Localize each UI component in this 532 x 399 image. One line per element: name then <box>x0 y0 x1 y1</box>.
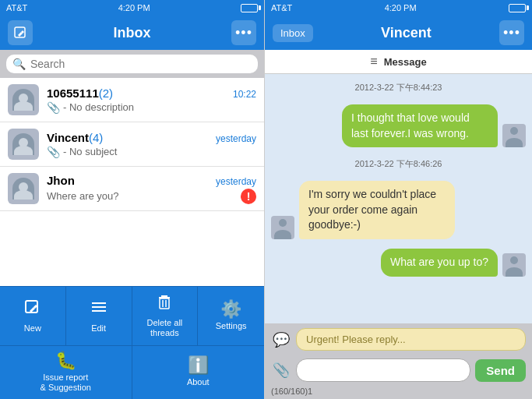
bug-icon: 🐛 <box>55 352 76 369</box>
settings-label: Settings <box>216 321 247 331</box>
msg-count: (2) <box>99 87 113 100</box>
chat-title: Vincent <box>381 25 432 41</box>
msg-count: (4) <box>89 131 103 144</box>
bubble-row-received-1: I'm sorry we couldn't place your order c… <box>271 181 526 239</box>
left-time: 4:20 PM <box>118 3 150 12</box>
msg-content: Vincent(4) yesterday 📎 - No subject <box>47 131 256 158</box>
text-input-row: 📎 Send <box>265 355 532 385</box>
msg-preview: Where are you? ! <box>47 189 256 204</box>
avatar <box>8 173 39 204</box>
issue-report-button[interactable]: 🐛 Issue report& Suggestion <box>0 346 132 399</box>
list-item[interactable]: Jhon yesterday Where are you? ! <box>0 167 264 211</box>
msg-preview: 📎 - No description <box>47 101 256 114</box>
msg-time: yesterday <box>216 133 256 144</box>
inbox-title: Inbox <box>114 25 151 41</box>
msg-time: yesterday <box>216 176 256 187</box>
avatar <box>8 84 39 115</box>
edit-icon <box>90 298 108 320</box>
left-status-bar: AT&T 4:20 PM <box>0 0 264 16</box>
new-button[interactable]: New <box>0 287 66 344</box>
svg-rect-7 <box>92 310 94 312</box>
avatar <box>8 129 39 160</box>
bubble-row-sent-1: I thought that love would last forever.I… <box>271 104 526 147</box>
list-item[interactable]: Vincent(4) yesterday 📎 - No subject <box>0 122 264 167</box>
attach-button[interactable]: 📎 <box>271 360 291 380</box>
messages-area: 2012-3-22 下午8:44:23 I thought that love … <box>265 74 532 323</box>
search-input[interactable] <box>30 58 252 70</box>
search-wrap: 🔍 <box>6 55 258 73</box>
msg-content: Jhon yesterday Where are you? ! <box>47 174 256 204</box>
message-list-icon: ≡ <box>370 55 377 69</box>
bubble-avatar <box>502 124 526 147</box>
msg-header: Vincent(4) yesterday <box>47 131 256 144</box>
back-label: Inbox <box>280 27 305 39</box>
settings-icon: ⚙️ <box>220 301 241 318</box>
svg-rect-8 <box>161 295 167 297</box>
clip-icon: 📎 <box>47 101 60 114</box>
bubble-avatar <box>502 253 526 277</box>
notification-icon: 💬 <box>271 330 291 350</box>
about-button[interactable]: ℹ️ About <box>132 346 265 399</box>
message-input[interactable] <box>296 358 470 382</box>
msg-content: 10655111(2) 10:22 📎 - No description <box>47 87 256 114</box>
timestamp-1: 2012-3-22 下午8:44:23 <box>271 82 526 94</box>
toolbar: New Edit <box>0 286 264 399</box>
compose-button[interactable] <box>8 20 33 45</box>
msg-sender: Vincent(4) <box>47 131 103 144</box>
char-count: (160/160)1 <box>265 385 532 399</box>
right-time: 4:20 PM <box>385 3 417 12</box>
msg-time: 10:22 <box>233 89 256 100</box>
avatar-icon <box>12 178 34 200</box>
msg-header: Jhon yesterday <box>47 174 256 187</box>
bubble-avatar <box>271 216 294 239</box>
send-button[interactable]: Send <box>475 359 526 382</box>
delete-all-label: Delete allthreads <box>146 318 182 338</box>
avatar-icon <box>12 89 34 111</box>
right-more-button[interactable]: ••• <box>499 20 524 45</box>
msg-sender: Jhon <box>47 174 75 187</box>
timestamp-2: 2012-3-22 下午8:46:26 <box>271 158 526 170</box>
left-battery <box>241 4 258 12</box>
right-status-bar: AT&T 4:20 PM <box>265 0 532 16</box>
edit-button[interactable]: Edit <box>66 287 132 344</box>
notification-row: 💬 Urgent! Please reply... <box>265 323 532 355</box>
edit-label: Edit <box>91 323 106 334</box>
msg-header: 10655111(2) 10:22 <box>47 87 256 100</box>
toolbar-bottom: 🐛 Issue report& Suggestion ℹ️ About <box>0 345 264 399</box>
right-battery <box>509 4 526 12</box>
bubble-sent-1: I thought that love would last forever.I… <box>342 104 498 147</box>
notification-bubble: Urgent! Please reply... <box>296 328 526 351</box>
trash-icon <box>155 293 174 315</box>
svg-rect-6 <box>92 306 94 308</box>
right-nav-bar: Inbox Vincent ••• <box>265 16 532 50</box>
bubble-row-sent-2: What are you up to? <box>271 249 526 277</box>
left-more-button[interactable]: ••• <box>231 20 256 45</box>
avatar-icon <box>12 133 34 155</box>
compose-icon <box>23 298 42 320</box>
msg-sender: 10655111(2) <box>47 87 113 100</box>
bubble-sent-2: What are you up to? <box>381 249 498 277</box>
right-panel: AT&T 4:20 PM Inbox Vincent ••• ≡ Message… <box>265 0 532 399</box>
msg-preview: 📎 - No subject <box>47 146 256 158</box>
toolbar-top: New Edit <box>0 287 264 344</box>
svg-rect-5 <box>92 302 94 304</box>
left-panel: AT&T 4:20 PM Inbox ••• 🔍 <box>0 0 265 399</box>
bubble-received-1: I'm sorry we couldn't place your order c… <box>299 181 455 239</box>
issue-label: Issue report& Suggestion <box>41 373 91 393</box>
chat-header: ≡ Message <box>265 50 532 74</box>
search-bar: 🔍 <box>0 50 264 78</box>
list-item[interactable]: 10655111(2) 10:22 📎 - No description <box>0 78 264 122</box>
clip-icon: 📎 <box>47 146 60 158</box>
message-list: 10655111(2) 10:22 📎 - No description Vin… <box>0 78 264 286</box>
right-carrier: AT&T <box>271 3 292 12</box>
svg-rect-10 <box>160 298 169 309</box>
delete-all-button[interactable]: Delete allthreads <box>132 287 199 344</box>
settings-button[interactable]: ⚙️ Settings <box>198 287 264 344</box>
left-carrier: AT&T <box>6 3 27 12</box>
info-icon: ℹ️ <box>188 357 209 374</box>
left-nav-bar: Inbox ••• <box>0 16 264 50</box>
chat-header-label: Message <box>384 56 427 68</box>
new-label: New <box>24 323 41 334</box>
error-badge: ! <box>241 189 256 204</box>
back-button[interactable]: Inbox <box>273 24 313 42</box>
